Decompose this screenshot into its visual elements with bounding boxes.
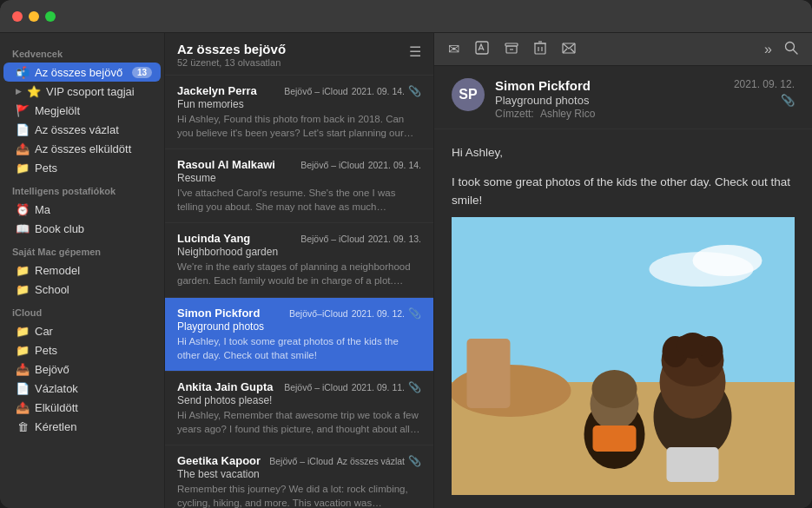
sidebar-item-all-drafts[interactable]: 📄 Az összes vázlat: [3, 120, 161, 139]
detail-header-info: Simon Pickford Playground photos Címzett…: [495, 78, 723, 120]
svg-rect-5: [535, 43, 545, 54]
titlebar: [0, 0, 812, 33]
msg-subject-4: Send photos please!: [177, 394, 421, 406]
overflow-button[interactable]: »: [764, 42, 772, 57]
attachment-icon: 📎: [408, 307, 421, 320]
svg-rect-31: [667, 447, 719, 482]
sidebar-item-label: Az összes elküldött: [35, 142, 152, 155]
all-inbox-icon: 📬: [16, 65, 30, 79]
message-item[interactable]: Geetika Kapoor Bejövő – iCloud Az összes…: [165, 445, 433, 508]
detail-sender: Simon Pickford: [495, 78, 723, 93]
sidebar-item-pets-fav[interactable]: 📁 Pets: [3, 158, 161, 177]
attachment-icon: 📎: [408, 85, 421, 97]
svg-point-13: [786, 42, 795, 50]
sidebar-item-bookclub[interactable]: 📖 Book club: [3, 219, 161, 238]
msg-preview-4: Hi Ashley, Remember that awesome trip we…: [177, 408, 421, 436]
msg-mailbox-1: Bejövő – iCloud: [300, 160, 365, 170]
sidebar-item-label: Car: [35, 325, 152, 338]
detail-toolbar: ✉: [434, 33, 812, 66]
folder-icon: 📁: [16, 343, 30, 357]
msg-subject-0: Fun memories: [177, 98, 421, 110]
sidebar-item-label: Pets: [35, 162, 152, 175]
sidebar-item-label: Pets: [35, 344, 152, 357]
to-value: Ashley Rico: [540, 108, 595, 120]
sidebar-item-remodel[interactable]: 📁 Remodel: [3, 261, 161, 280]
search-button[interactable]: [784, 41, 798, 58]
mac-section-header: Saját Mac gépemen: [0, 238, 164, 261]
message-list: Az összes bejövő 52 üzenet, 13 olvasatla…: [165, 33, 434, 508]
msg-preview-2: We're in the early stages of planning a …: [177, 260, 421, 287]
msg-sender-3: Simon Pickford: [177, 307, 289, 320]
svg-point-17: [693, 245, 762, 276]
sidebar-item-sent[interactable]: 📤 Elküldött: [3, 398, 161, 417]
msg-mailbox-3: Bejövő–iCloud: [289, 308, 348, 319]
toolbar-right: »: [764, 41, 798, 58]
avatar: SP: [452, 78, 485, 111]
drafts-icon: 📄: [16, 122, 30, 136]
svg-line-11: [563, 49, 567, 53]
msg-subject-2: Neighborhood garden: [177, 246, 421, 258]
sidebar-item-vip[interactable]: ▶ ⭐ VIP csoport tagjai: [3, 82, 161, 101]
svg-line-14: [794, 49, 798, 54]
bookclub-icon: 📖: [16, 221, 30, 235]
sidebar-item-label: Megjelölt: [35, 104, 152, 117]
message-item[interactable]: Simon Pickford Bejövő–iCloud 2021. 09. 1…: [165, 298, 433, 372]
sidebar-item-pets[interactable]: 📁 Pets: [3, 340, 161, 360]
filter-icon[interactable]: ☰: [409, 43, 421, 60]
vip-icon: ⭐: [27, 84, 41, 98]
maximize-button[interactable]: [45, 11, 56, 22]
junk-button[interactable]: [562, 41, 576, 58]
message-item[interactable]: Jackelyn Perra Bejövő – iCloud 2021. 09.…: [165, 76, 433, 149]
compose-button[interactable]: [475, 41, 489, 58]
sidebar-item-label: Az összes bejövő: [35, 66, 127, 79]
archive-button[interactable]: [505, 41, 518, 58]
sidebar-item-inbox[interactable]: 📥 Bejövő: [3, 360, 161, 379]
detail-subject: Playground photos: [495, 94, 723, 107]
inbox-badge: 13: [132, 67, 152, 78]
delete-button[interactable]: [534, 41, 546, 58]
msg-preview-5: Remember this journey? We did a lot: roc…: [177, 482, 421, 508]
trash-icon: 🗑: [16, 419, 30, 433]
minimize-button[interactable]: [29, 11, 39, 22]
sidebar-item-all-inbox[interactable]: 📬 Az összes bejövő 13: [3, 63, 161, 82]
sidebar-item-label: Ma: [35, 203, 152, 216]
message-item[interactable]: Rasoul Al Malkawi Bejövő – iCloud 2021. …: [165, 149, 433, 223]
msg-sender-5: Geetika Kapoor: [177, 454, 269, 467]
msg-sender-4: Ankita Jain Gupta: [177, 380, 284, 393]
list-subtitle: 52 üzenet, 13 olvasatlan: [177, 57, 286, 68]
sidebar-item-label: Bejövő: [35, 363, 152, 376]
message-item[interactable]: Ankita Jain Gupta Bejövő – iCloud 2021. …: [165, 372, 433, 445]
sidebar-item-drafts[interactable]: 📄 Vázlatok: [3, 379, 161, 398]
msg-date-0: 2021. 09. 14.: [352, 86, 405, 96]
sent-icon: 📤: [16, 400, 30, 414]
msg-subject-1: Resume: [177, 172, 421, 184]
msg-sender-0: Jackelyn Perra: [177, 84, 284, 97]
sidebar-item-flagged[interactable]: 🚩 Megjelölt: [3, 101, 161, 120]
svg-rect-30: [593, 426, 637, 452]
sidebar-item-today[interactable]: ⏰ Ma: [3, 200, 161, 219]
message-item[interactable]: Lucinda Yang Bejövő – iCloud 2021. 09. 1…: [165, 223, 433, 297]
detail-body-line2: I took some great photos of the kids the…: [452, 173, 795, 210]
new-message-button[interactable]: ✉: [448, 41, 459, 57]
list-header: Az összes bejövő 52 üzenet, 13 olvasatla…: [165, 33, 433, 76]
close-button[interactable]: [12, 11, 23, 22]
msg-mailbox-0: Bejövő – iCloud: [284, 86, 348, 96]
sidebar-item-car[interactable]: 📁 Car: [3, 321, 161, 340]
msg-date-5: Az összes vázlat: [337, 456, 405, 466]
msg-mailbox-5: Bejövő – iCloud: [269, 456, 333, 466]
sidebar-item-all-sent[interactable]: 📤 Az összes elküldött: [3, 139, 161, 158]
detail-to: Címzett: Ashley Rico: [495, 108, 723, 120]
msg-mailbox-4: Bejövő – iCloud: [284, 382, 348, 393]
sidebar-item-trash[interactable]: 🗑 Kéretlen: [3, 417, 161, 436]
sidebar-item-label: Remodel: [35, 264, 152, 277]
detail-image: [452, 217, 795, 495]
favorites-section-header: Kedvencek: [0, 40, 164, 63]
sidebar-item-label: Vázlatok: [35, 382, 152, 395]
msg-date-2: 2021. 09. 13.: [368, 234, 421, 244]
sidebar: Kedvencek 📬 Az összes bejövő 13 ▶ ⭐ VIP …: [0, 33, 165, 508]
attachment-icon: 📎: [408, 381, 421, 393]
svg-rect-20: [467, 339, 511, 408]
message-list-items: Jackelyn Perra Bejövő – iCloud 2021. 09.…: [165, 76, 433, 508]
sidebar-item-school[interactable]: 📁 School: [3, 280, 161, 299]
smart-section-header: Intelligens postafiókok: [0, 177, 164, 200]
